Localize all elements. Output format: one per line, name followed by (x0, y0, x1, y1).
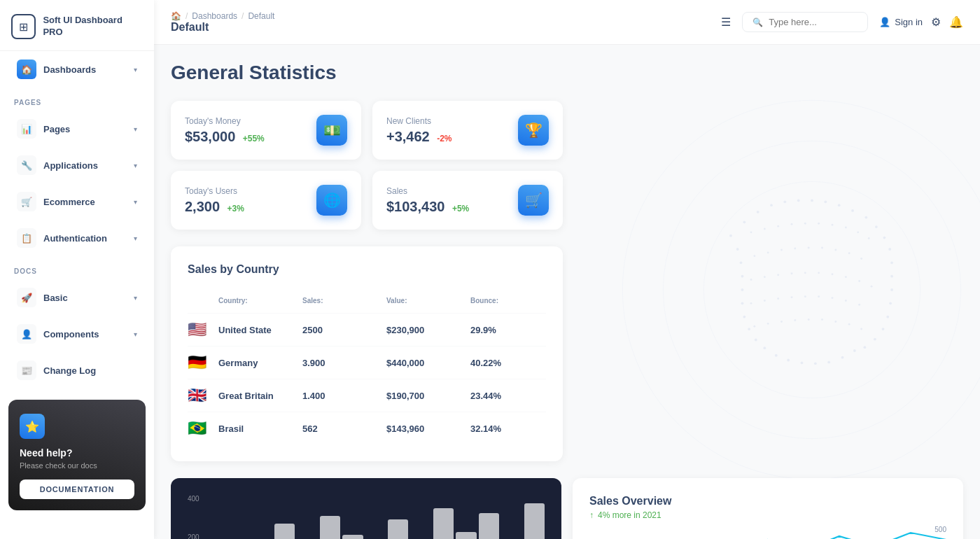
up-arrow-icon: ↑ (589, 510, 594, 520)
sidebar-item-changelog[interactable]: 📰 Change Log (6, 354, 148, 387)
page-title: General Statistics (171, 62, 963, 84)
country-name: Brasil (218, 424, 294, 434)
sign-in-label: Sign in (895, 17, 923, 27)
bar-chart-bar (320, 516, 340, 539)
components-icon: 👤 (17, 324, 36, 344)
charts-row: 400 200 0 Sales Overview ↑ 4% more in 20… (171, 478, 963, 539)
chevron-down-icon: ▾ (134, 66, 137, 74)
chevron-down-icon: ▾ (134, 330, 137, 338)
basic-label: Basic (43, 293, 68, 303)
chart-y-label-400: 400 (188, 495, 200, 503)
search-input[interactable] (769, 17, 853, 27)
sales-value: 1.400 (302, 391, 378, 401)
sales-line-chart: 500 400 (589, 526, 946, 539)
sidebar-item-dashboards[interactable]: 🏠 Dashboards ▾ (6, 52, 148, 86)
chevron-down-icon: ▾ (134, 294, 137, 302)
bar-chart-card: 400 200 0 (171, 478, 561, 539)
chevron-down-icon: ▾ (134, 198, 137, 206)
help-subtitle: Please check our docs (20, 461, 134, 470)
stats-grid: Today's Money $53,000 +55% 💵 New Clients… (171, 101, 563, 230)
stat-value-clients: +3,462 (386, 129, 430, 144)
dashboard-icon: 🏠 (17, 59, 36, 79)
menu-icon[interactable]: ☰ (721, 15, 731, 29)
stat-change-users: +3% (227, 204, 244, 214)
main-area: 🏠 / Dashboards / Default Default ☰ 🔍 👤 S… (154, 0, 980, 539)
stat-change-clients: -2% (437, 134, 451, 144)
flag-us: 🇺🇸 (188, 321, 210, 339)
sales-overview-title: Sales Overview (589, 495, 946, 507)
sales-country-title: Sales by Country (188, 263, 546, 276)
sidebar-item-authentication[interactable]: 📋 Authentication ▾ (6, 221, 148, 255)
help-title: Need help? (20, 447, 134, 458)
logo-text: Soft UI Dashboard PRO (43, 15, 143, 38)
search-box[interactable]: 🔍 (742, 12, 868, 32)
bar-chart-bar (456, 532, 476, 540)
ecommerce-icon: 🛒 (17, 192, 36, 211)
stat-card-clients: New Clients +3,462 -2% 🏆 (372, 101, 563, 160)
bounce-value: 29.9% (470, 325, 546, 335)
header-left: 🏠 / Dashboards / Default Default (171, 11, 274, 34)
sidebar-item-label: Dashboards (43, 64, 96, 75)
sales-y-label-500: 500 (934, 526, 946, 533)
stat-card-users: Today's Users 2,300 +3% 🌐 (171, 171, 361, 230)
header-right: ☰ 🔍 👤 Sign in ⚙ 🔔 (721, 12, 963, 32)
logo-icon: ⊞ (11, 14, 36, 39)
bounce-value: 32.14% (470, 424, 546, 434)
stat-value-money: $53,000 (185, 129, 235, 144)
user-icon: 👤 (879, 17, 890, 27)
bar-chart-bar (479, 513, 499, 540)
sales-overview-subtitle: ↑ 4% more in 2021 (589, 510, 946, 520)
sales-by-country-card: Sales by Country Country: Sales: Value: … (171, 246, 563, 461)
stat-change-sales: +5% (452, 204, 469, 214)
bounce-value: 40.22% (470, 358, 546, 368)
stat-label-users: Today's Users (185, 186, 244, 196)
header-actions: 👤 Sign in ⚙ 🔔 (879, 15, 963, 29)
settings-icon[interactable]: ⚙ (931, 15, 941, 29)
help-star-icon: ⭐ (20, 414, 45, 439)
stat-value-users: 2,300 (185, 199, 220, 214)
sales-overview-card: Sales Overview ↑ 4% more in 2021 500 (573, 478, 963, 539)
bar-chart-bars (206, 495, 545, 539)
bell-icon[interactable]: 🔔 (949, 15, 963, 29)
sidebar-item-applications[interactable]: 🔧 Applications ▾ (6, 148, 148, 182)
auth-icon: 📋 (17, 228, 36, 248)
stat-label-money: Today's Money (185, 116, 265, 126)
stat-icon-money: 💵 (316, 115, 347, 146)
breadcrumb-dashboards[interactable]: Dashboards (192, 11, 237, 21)
value-value: $143,960 (386, 424, 462, 434)
breadcrumb-current: Default (248, 11, 274, 21)
stat-icon-sales: 🛒 (518, 185, 549, 216)
docs-section-label: DOCS (0, 256, 154, 279)
auth-label: Authentication (43, 233, 107, 244)
country-name: United State (218, 325, 294, 335)
home-icon: 🏠 (171, 11, 181, 21)
changelog-icon: 📰 (17, 360, 36, 380)
pages-section-label: PAGES (0, 88, 154, 111)
sidebar-logo: ⊞ Soft UI Dashboard PRO (0, 0, 154, 51)
pages-icon: 📊 (17, 119, 36, 139)
stat-card-money: Today's Money $53,000 +55% 💵 (171, 101, 361, 160)
sidebar-item-ecommerce[interactable]: 🛒 Ecommerce ▾ (6, 185, 148, 218)
documentation-button[interactable]: DOCUMENTATION (20, 479, 134, 499)
sidebar-item-pages[interactable]: 📊 Pages ▾ (6, 112, 148, 146)
value-value: $230,900 (386, 325, 462, 335)
country-name: Germany (218, 358, 294, 368)
content-area: dots (154, 45, 980, 539)
sign-in-button[interactable]: 👤 Sign in (879, 17, 923, 27)
bar-chart-bar (342, 535, 363, 539)
chart-y-label-200: 200 (188, 533, 200, 540)
header: 🏠 / Dashboards / Default Default ☰ 🔍 👤 S… (154, 0, 980, 45)
stat-icon-clients: 🏆 (518, 115, 549, 146)
pages-label: Pages (43, 124, 70, 134)
sidebar: ⊞ Soft UI Dashboard PRO 🏠 Dashboards ▾ P… (0, 0, 154, 539)
help-card: ⭐ Need help? Please check our docs DOCUM… (8, 400, 146, 510)
stat-change-money: +55% (243, 134, 265, 144)
bar-chart-bar (388, 519, 408, 540)
flag-br: 🇧🇷 (188, 419, 210, 438)
sidebar-item-components[interactable]: 👤 Components ▾ (6, 317, 148, 351)
chevron-down-icon: ▾ (134, 125, 137, 133)
ecommerce-label: Ecommerce (43, 197, 95, 207)
country-name: Great Britain (218, 391, 294, 401)
sidebar-item-basic[interactable]: 🚀 Basic ▾ (6, 281, 148, 314)
chevron-down-icon: ▾ (134, 234, 137, 242)
